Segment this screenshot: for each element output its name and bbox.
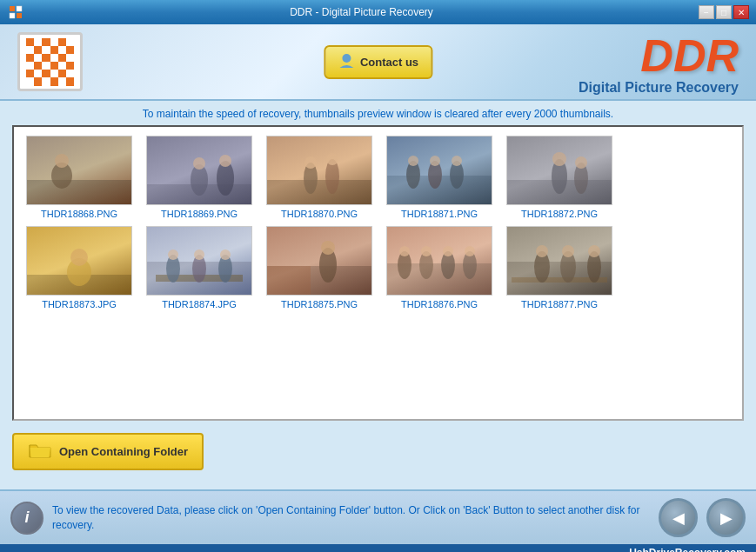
thumbnail-item[interactable]: THDR18869.PNG: [143, 136, 256, 219]
svg-point-17: [326, 153, 338, 165]
svg-point-22: [430, 156, 440, 166]
svg-point-20: [408, 156, 418, 166]
svg-rect-33: [147, 262, 252, 296]
thumbnail-image: [506, 136, 612, 205]
thumbnail-image: [146, 226, 252, 296]
svg-rect-18: [387, 176, 492, 205]
header: Contact us DDR Digital Picture Recovery: [0, 24, 756, 101]
svg-point-7: [55, 154, 69, 168]
info-text-static: To maintain the speed of recovery,: [143, 108, 304, 120]
svg-point-56: [534, 251, 550, 283]
thumbnail-label: THDR18877.PNG: [521, 299, 598, 309]
thumbnail-image: [26, 226, 132, 296]
svg-point-46: [398, 251, 411, 279]
brand-ddr-text: DDR: [579, 33, 739, 78]
svg-point-52: [463, 251, 477, 279]
back-button[interactable]: ◀: [659, 498, 698, 537]
svg-point-28: [574, 163, 588, 194]
svg-point-16: [325, 159, 339, 194]
svg-rect-54: [507, 262, 612, 296]
thumbnail-label: THDR18876.PNG: [401, 299, 478, 309]
open-folder-label: Open Containing Folder: [59, 445, 188, 458]
app-logo: [17, 32, 83, 91]
thumbnail-label: THDR18870.PNG: [281, 209, 358, 219]
svg-point-15: [304, 156, 317, 169]
thumbnail-item[interactable]: THDR18874.JPG: [143, 226, 256, 309]
info-message: To maintain the speed of recovery, thumb…: [12, 108, 744, 120]
thumbnail-item[interactable]: THDR18870.PNG: [263, 136, 376, 219]
svg-point-49: [421, 246, 432, 256]
svg-point-4: [342, 54, 351, 63]
svg-point-19: [406, 161, 420, 189]
svg-point-6: [51, 163, 72, 189]
svg-point-37: [192, 255, 206, 283]
svg-point-10: [219, 155, 231, 167]
main-content: To maintain the speed of recovery, thumb…: [0, 101, 756, 482]
svg-rect-30: [27, 275, 132, 296]
minimize-button[interactable]: −: [699, 5, 714, 19]
bottom-bar: i To view the recovered Data, please cli…: [0, 489, 756, 544]
thumbnail-image: [386, 136, 492, 205]
svg-point-31: [67, 258, 91, 286]
forward-button[interactable]: ▶: [706, 498, 746, 537]
thumbnail-item[interactable]: THDR18876.PNG: [383, 226, 496, 309]
thumbnail-image: [506, 226, 612, 296]
bottom-text-content: To view the recovered Data, please click…: [52, 504, 640, 531]
thumbnail-image: [146, 136, 252, 205]
svg-point-12: [193, 157, 205, 170]
thumbnail-item[interactable]: THDR18872.PNG: [503, 136, 616, 219]
svg-rect-2: [10, 13, 15, 18]
maximize-button[interactable]: □: [716, 5, 732, 19]
svg-point-44: [321, 241, 335, 255]
thumbnail-item[interactable]: THDR18871.PNG: [383, 136, 496, 219]
thumbnails-grid: THDR18868.PNG THDR18869.PNG THDR18870.PN…: [14, 127, 742, 318]
svg-rect-34: [156, 275, 243, 282]
svg-rect-0: [10, 6, 15, 11]
window-title: DDR - Digital Picture Recovery: [24, 6, 699, 18]
svg-point-61: [588, 245, 600, 257]
svg-point-40: [220, 249, 231, 260]
svg-rect-1: [17, 6, 22, 11]
thumbnail-item[interactable]: THDR18877.PNG: [503, 226, 616, 309]
svg-rect-55: [512, 277, 607, 283]
thumbnail-label: THDR18872.PNG: [521, 209, 598, 219]
brand-subtitle-text: Digital Picture Recovery: [579, 80, 739, 96]
thumbnail-image: [266, 226, 372, 296]
window-controls: − □ ✕: [699, 5, 749, 19]
svg-rect-3: [17, 13, 22, 18]
footer: UsbDriveRecovery.com: [0, 544, 756, 552]
thumbnail-label: THDR18868.PNG: [41, 209, 117, 219]
svg-point-24: [452, 156, 462, 166]
footer-url: UsbDriveRecovery.com: [629, 547, 746, 552]
contact-button[interactable]: Contact us: [324, 45, 432, 79]
open-folder-button[interactable]: Open Containing Folder: [12, 433, 204, 470]
svg-point-14: [304, 163, 318, 194]
svg-point-38: [194, 249, 204, 260]
svg-point-48: [419, 251, 433, 279]
thumbnail-label: THDR18873.JPG: [42, 299, 117, 309]
svg-point-43: [319, 248, 337, 283]
svg-point-50: [441, 251, 455, 279]
thumbnail-label: THDR18875.PNG: [281, 299, 358, 309]
thumbnail-item[interactable]: THDR18875.PNG: [263, 226, 376, 309]
svg-point-29: [575, 156, 587, 169]
svg-rect-13: [267, 180, 372, 205]
svg-point-57: [536, 245, 548, 257]
svg-point-21: [428, 161, 442, 189]
thumbnail-image: [266, 136, 372, 205]
thumbnail-item[interactable]: THDR18873.JPG: [23, 226, 136, 309]
thumbnail-panel[interactable]: THDR18868.PNG THDR18869.PNG THDR18870.PN…: [12, 125, 744, 421]
svg-point-60: [587, 251, 601, 283]
svg-rect-5: [27, 180, 132, 205]
svg-point-51: [443, 246, 453, 256]
thumbnail-image: [26, 136, 132, 205]
thumbnail-label: THDR18871.PNG: [401, 209, 478, 219]
contact-person-icon: [338, 52, 355, 72]
thumbnail-image: [386, 226, 492, 296]
svg-point-53: [465, 246, 475, 256]
close-button[interactable]: ✕: [733, 5, 749, 19]
svg-rect-25: [507, 180, 612, 205]
contact-button-label: Contact us: [360, 56, 418, 69]
thumbnail-item[interactable]: THDR18868.PNG: [23, 136, 136, 219]
app-icon: [7, 3, 24, 21]
